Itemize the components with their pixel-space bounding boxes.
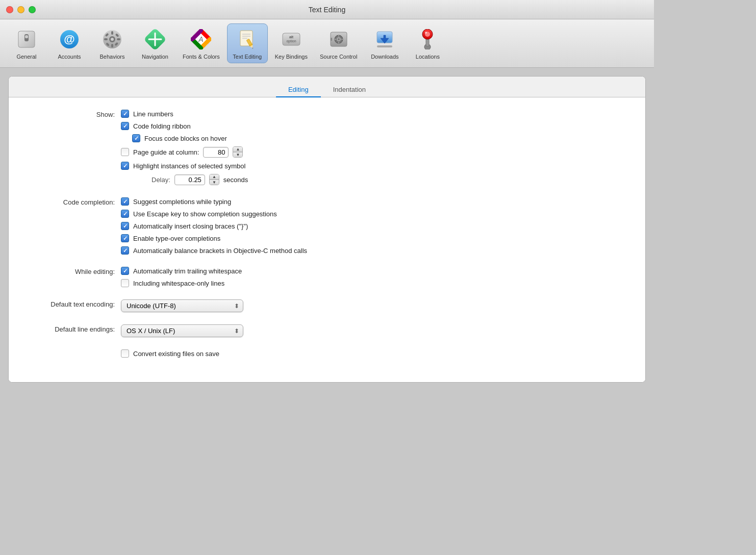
convert-files-controls: Convert existing files on save	[121, 349, 219, 358]
focus-code-checkbox[interactable]	[132, 134, 140, 142]
svg-rect-9	[111, 44, 113, 47]
convert-files-spacer	[29, 349, 121, 358]
whitespace-only-row: Including whitespace-only lines	[121, 279, 242, 287]
trim-whitespace-row: Automatically trim trailing whitespace	[121, 267, 242, 275]
line-endings-section: Default line endings: OS X / Unix (LF) C…	[29, 324, 625, 337]
minimize-button[interactable]	[17, 6, 24, 13]
toolbar-item-accounts[interactable]: @ Accounts	[49, 24, 90, 63]
while-editing-section: While editing: Automatically trim traili…	[29, 267, 625, 287]
line-endings-select-wrapper: OS X / Unix (LF) Classic Mac OS (CR) Win…	[121, 324, 243, 337]
stepper-up[interactable]: ▲	[233, 147, 242, 152]
title-bar: Text Editing	[0, 0, 654, 19]
line-endings-controls: OS X / Unix (LF) Classic Mac OS (CR) Win…	[121, 324, 243, 337]
code-folding-checkbox[interactable]	[121, 122, 129, 130]
show-controls: Line numbers Code folding ribbon Focus c…	[121, 110, 248, 185]
suggest-completions-checkbox[interactable]	[121, 197, 129, 206]
balance-brackets-label: Automatically balance brackets in Object…	[133, 247, 307, 255]
code-folding-row: Code folding ribbon	[121, 122, 248, 130]
svg-text:alt: alt	[289, 35, 294, 39]
focus-code-row: Focus code blocks on hover	[132, 134, 248, 142]
page-guide-checkbox[interactable]	[121, 148, 129, 156]
svg-rect-8	[111, 31, 113, 35]
whitespace-only-checkbox[interactable]	[121, 279, 129, 287]
code-completion-section: Code completion: Suggest completions whi…	[29, 197, 625, 255]
switch-icon	[14, 27, 39, 52]
svg-rect-11	[117, 38, 120, 40]
download-icon	[372, 27, 397, 52]
editing-settings: Show: Line numbers Code folding ribbon F…	[9, 97, 645, 382]
toolbar-label-text-editing: Text Editing	[233, 54, 262, 60]
convert-on-save-label: Convert existing files on save	[133, 350, 219, 358]
toolbar-item-navigation[interactable]: Navigation	[135, 24, 175, 63]
delay-stepper-up[interactable]: ▲	[210, 174, 219, 180]
svg-rect-41	[331, 38, 332, 41]
show-label: Show:	[29, 110, 121, 185]
trim-whitespace-checkbox[interactable]	[121, 267, 129, 275]
convert-on-save-checkbox[interactable]	[121, 349, 129, 358]
auto-insert-braces-label: Automatically insert closing braces ("}"…	[133, 222, 248, 230]
gear-icon	[100, 27, 124, 52]
suggest-completions-label: Suggest completions while typing	[133, 198, 231, 206]
convert-files-section: Convert existing files on save	[29, 349, 625, 358]
encoding-select[interactable]: Unicode (UTF-8) UTF-16 ISO Latin 1 ASCII	[121, 299, 243, 312]
trim-whitespace-label: Automatically trim trailing whitespace	[133, 267, 242, 275]
svg-rect-2	[25, 35, 28, 38]
window-controls[interactable]	[6, 6, 36, 13]
toolbar-item-key-bindings[interactable]: alt option Key Bindings	[270, 24, 313, 63]
page-guide-row: Page guide at column: ▲ ▼	[121, 146, 248, 158]
type-over-checkbox[interactable]	[121, 234, 129, 242]
whitespace-only-label: Including whitespace-only lines	[133, 280, 224, 287]
toolbar-label-downloads: Downloads	[371, 54, 398, 60]
maximize-button[interactable]	[29, 6, 36, 13]
window-title: Text Editing	[309, 6, 345, 14]
line-endings-label: Default line endings:	[29, 324, 121, 337]
delay-stepper[interactable]: ▲ ▼	[209, 174, 219, 185]
delay-input[interactable]	[174, 174, 205, 185]
settings-panel: Editing Indentation Show: Line numbers C…	[8, 76, 646, 383]
highlight-instances-checkbox[interactable]	[121, 162, 129, 170]
at-icon: @	[57, 27, 82, 52]
delay-row: Delay: ▲ ▼ seconds	[152, 174, 248, 185]
main-content: Editing Indentation Show: Line numbers C…	[0, 68, 654, 391]
while-editing-controls: Automatically trim trailing whitespace I…	[121, 267, 242, 287]
document-pencil-icon	[235, 27, 260, 52]
line-numbers-label: Line numbers	[133, 110, 173, 118]
toolbar-label-key-bindings: Key Bindings	[275, 54, 308, 60]
line-endings-select[interactable]: OS X / Unix (LF) Classic Mac OS (CR) Win…	[121, 324, 243, 337]
close-button[interactable]	[6, 6, 13, 13]
toolbar: General @ Accounts	[0, 19, 654, 68]
highlight-instances-row: Highlight instances of selected symbol	[121, 162, 248, 170]
escape-key-checkbox[interactable]	[121, 210, 129, 218]
delay-stepper-down[interactable]: ▼	[210, 180, 219, 185]
toolbar-item-downloads[interactable]: Downloads	[364, 24, 405, 63]
suggest-completions-row: Suggest completions while typing	[121, 197, 307, 206]
page-guide-label: Page guide at column:	[133, 148, 199, 156]
auto-insert-braces-checkbox[interactable]	[121, 222, 129, 230]
tab-editing[interactable]: Editing	[276, 83, 321, 97]
delay-label: Delay:	[152, 176, 170, 184]
svg-text:option: option	[286, 39, 296, 43]
crosshair-icon	[143, 27, 167, 52]
toolbar-item-fonts-colors[interactable]: A Fonts & Colors	[178, 24, 225, 63]
safe-icon	[326, 27, 351, 52]
toolbar-item-source-control[interactable]: Source Control	[315, 24, 362, 63]
balance-brackets-checkbox[interactable]	[121, 246, 129, 255]
toolbar-item-locations[interactable]: Locations	[407, 24, 448, 63]
toolbar-item-behaviors[interactable]: Behaviors	[92, 24, 133, 63]
show-section: Show: Line numbers Code folding ribbon F…	[29, 110, 625, 185]
svg-point-7	[111, 38, 114, 41]
line-numbers-checkbox[interactable]	[121, 110, 129, 118]
page-guide-stepper[interactable]: ▲ ▼	[233, 146, 243, 158]
svg-text:@: @	[64, 33, 74, 45]
while-editing-label: While editing:	[29, 267, 121, 287]
delay-suffix: seconds	[223, 176, 248, 184]
code-completion-controls: Suggest completions while typing Use Esc…	[121, 197, 307, 255]
toolbar-label-general: General	[16, 54, 36, 60]
stepper-down[interactable]: ▼	[233, 152, 242, 157]
tab-indentation[interactable]: Indentation	[321, 83, 378, 97]
page-guide-input[interactable]	[203, 147, 229, 158]
toolbar-item-general[interactable]: General	[6, 24, 47, 63]
toolbar-item-text-editing[interactable]: Text Editing	[227, 23, 268, 63]
encoding-section: Default text encoding: Unicode (UTF-8) U…	[29, 299, 625, 312]
joystick-icon	[415, 27, 440, 52]
